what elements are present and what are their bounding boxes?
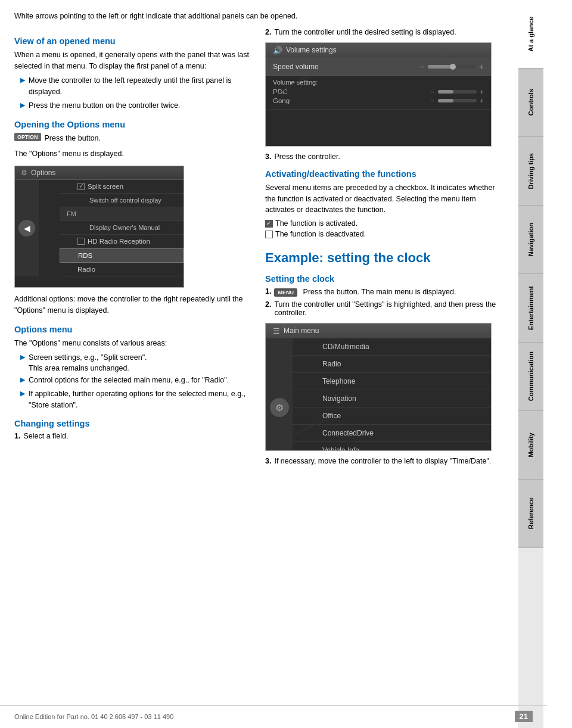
right-step-3-text: Press the controller. [274, 153, 340, 161]
gong-slider: − + [430, 97, 484, 104]
sidebar-tab-label-entertainment: Entertainment [527, 281, 534, 335]
vol-minus: − [419, 62, 424, 71]
sidebar-tab-driving-tips[interactable]: Driving tips [518, 137, 543, 206]
options-item-fm: FM [60, 207, 184, 221]
slider-fill [428, 65, 452, 69]
right-step-2-text: Turn the controller until the desired se… [274, 28, 456, 36]
options-item-hd-radio: HD Radio Reception [60, 235, 184, 248]
menu-item-radio: Radio [293, 356, 491, 373]
pdc-minus: − [430, 88, 434, 95]
main-content: White arrows pointing to the left or rig… [0, 0, 518, 728]
bullet-arrow-1: ▶ [20, 76, 25, 84]
volume-screenshot: 🔊 Volume settings Speed volume − + [265, 42, 492, 147]
menu-button: MENU [274, 288, 297, 297]
main-menu-pointer-svg [285, 421, 324, 441]
options-bullet-text-3: If applicable, further operating options… [29, 388, 253, 411]
vol-plus: + [479, 62, 484, 71]
footer-text: Online Edition for Part no. 01 40 2 606 … [14, 713, 173, 720]
example-step-1-text: Press the button. The main menu is displ… [303, 288, 456, 296]
bullet-arrow-2: ▶ [20, 101, 25, 109]
right-sidebar: At a glance Controls Driving tips Naviga… [518, 0, 543, 728]
gong-fill [438, 99, 453, 102]
options-item-owners-manual: Display Owner's Manual [60, 221, 184, 235]
speed-volume-slider: − + [419, 62, 484, 71]
left-circle-btn: ◀ [18, 220, 35, 237]
menu-item-navigation: Navigation [293, 390, 491, 407]
example-step-2-text: Turn the controller until "Settings" is … [274, 300, 504, 317]
svg-line-0 [278, 76, 307, 94]
options-item-split-screen: Split screen [60, 180, 184, 194]
slider-track [428, 65, 475, 69]
options-bullet-2: ▶ Control options for the selected main … [20, 375, 253, 386]
checkbox-split-screen [77, 183, 85, 190]
options-left-control: ◀ [15, 180, 39, 276]
bullet-2: ▶ Press the menu button on the controlle… [20, 100, 253, 111]
changing-settings-title: Changing settings [14, 419, 253, 428]
sidebar-tab-at-a-glance[interactable]: At a glance [518, 0, 543, 69]
changing-step-1: 1. Select a field. [14, 432, 253, 440]
svg-line-1 [285, 424, 318, 438]
sidebar-tab-label-reference: Reference [527, 493, 534, 534]
options-item-switch-off: Switch off control display [60, 194, 184, 207]
sidebar-tab-label-navigation: Navigation [527, 218, 534, 261]
sidebar-tab-controls[interactable]: Controls [518, 69, 543, 137]
view-menu-title: View of an opened menu [14, 36, 253, 46]
intro-text: White arrows pointing to the left or rig… [14, 11, 504, 22]
options-menu-list: Split screen Switch off control display … [60, 180, 184, 276]
option-button-row: OPTION Press the button. [14, 133, 253, 144]
main-menu-title: Main menu [284, 326, 319, 335]
pdc-slider: − + [430, 88, 484, 95]
menu-item-cd: CD/Multimedia [293, 338, 491, 356]
main-menu-icon: ☰ [273, 326, 280, 335]
bullet-text-1: Move the controller to the left repeated… [29, 75, 253, 98]
left-column: View of an opened menu When a menu is op… [14, 28, 253, 469]
setting-clock-title: Setting the clock [265, 274, 504, 284]
options-menu-section-title: Options menu [14, 325, 253, 334]
example-step-2: 2. Turn the controller until "Settings" … [265, 300, 504, 317]
opening-options-title: Opening the Options menu [14, 120, 253, 129]
page-wrapper: White arrows pointing to the left or rig… [0, 0, 572, 728]
option-button: OPTION [14, 133, 41, 141]
right-step-2: 2. Turn the controller until the desired… [265, 28, 504, 36]
right-step-3: 3. Press the controller. [265, 153, 504, 161]
changing-step-1-text: Select a field. [23, 432, 68, 440]
menu-item-telephone: Telephone [293, 373, 491, 390]
additional-options-text: Additional options: move the controller … [14, 294, 253, 316]
sidebar-tab-reference[interactable]: Reference [518, 480, 543, 548]
gong-minus: − [430, 97, 434, 104]
activated-icon [265, 220, 273, 228]
activating-body: Several menu items are preceded by a che… [265, 182, 504, 216]
gong-plus: + [480, 97, 484, 104]
deactivated-label: The function is deactivated. [275, 230, 366, 238]
options-header: ⚙ Options [15, 166, 184, 180]
options-item-radio: Radio [60, 263, 184, 276]
pdc-track [438, 90, 477, 94]
options-layout: ◀ Split screen Switch off control displa… [15, 180, 184, 276]
options-menu-body: The "Options" menu consists of various a… [14, 338, 253, 349]
volume-pointer-svg [278, 73, 313, 97]
example-step-3-text: If necessary, move the controller to the… [274, 457, 491, 465]
options-bullet-text-1: Screen settings, e.g., "Split screen". [29, 353, 147, 362]
checkbox-hd-radio [77, 238, 85, 245]
sidebar-tab-navigation[interactable]: Navigation [518, 206, 543, 274]
options-menu-displayed: The "Options" menu is displayed. [14, 148, 253, 160]
speed-volume-label: Speed volume [273, 63, 319, 71]
sidebar-tab-communication[interactable]: Communication [518, 343, 543, 411]
bullet-1: ▶ Move the controller to the left repeat… [20, 75, 253, 98]
options-bullet-arrow-3: ▶ [20, 390, 25, 397]
sidebar-tab-mobility[interactable]: Mobility [518, 411, 543, 480]
two-column-layout: View of an opened menu When a menu is op… [14, 28, 504, 469]
example-title: Example: setting the clock [265, 250, 504, 266]
volume-header: 🔊 Volume settings [266, 43, 491, 58]
slider-marker [450, 64, 456, 70]
options-bullet-3: ▶ If applicable, further operating optio… [20, 388, 253, 411]
options-bullet-text-2: Control options for the selected main me… [29, 375, 229, 386]
pdc-plus: + [480, 88, 484, 95]
activated-row: The function is activated. [265, 219, 504, 228]
options-bullet-1: ▶ Screen settings, e.g., "Split screen".… [20, 352, 253, 372]
press-button-text: Press the button. [45, 133, 101, 144]
main-menu-pointer [285, 421, 324, 443]
sidebar-tab-entertainment[interactable]: Entertainment [518, 274, 543, 343]
main-menu-screenshot: ☰ Main menu ⚙ CD/Multimedia Radio Teleph… [265, 323, 492, 451]
sidebar-tab-label-driving-tips: Driving tips [527, 148, 534, 194]
